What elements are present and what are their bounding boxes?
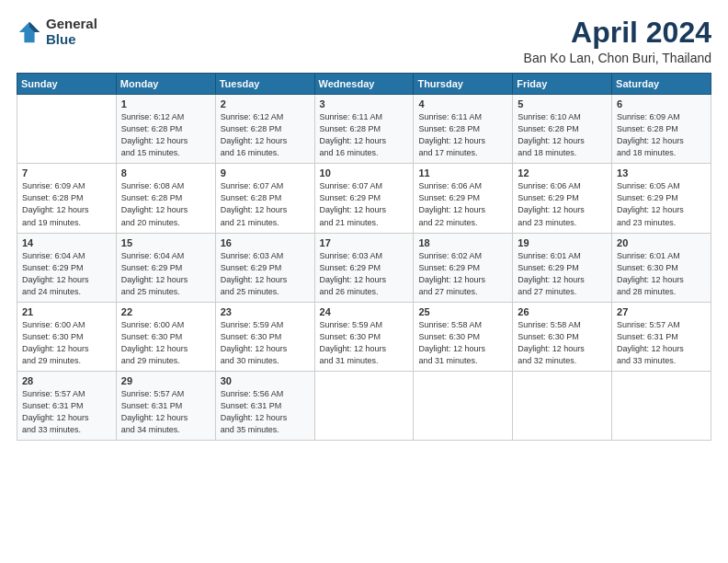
logo-icon bbox=[17, 19, 42, 45]
calendar-cell: 25Sunrise: 5:58 AM Sunset: 6:30 PM Dayli… bbox=[414, 302, 513, 371]
day-number: 6 bbox=[617, 98, 706, 109]
header-sunday: Sunday bbox=[17, 74, 117, 95]
day-info: Sunrise: 6:02 AM Sunset: 6:29 PM Dayligh… bbox=[418, 250, 507, 298]
day-number: 23 bbox=[221, 306, 310, 317]
day-info: Sunrise: 6:08 AM Sunset: 6:28 PM Dayligh… bbox=[121, 180, 210, 228]
day-number: 15 bbox=[121, 237, 210, 248]
calendar-cell: 10Sunrise: 6:07 AM Sunset: 6:29 PM Dayli… bbox=[314, 164, 414, 233]
calendar-title: April 2024 bbox=[524, 17, 711, 49]
day-number: 7 bbox=[22, 167, 111, 178]
calendar-cell bbox=[513, 371, 612, 440]
day-number: 10 bbox=[320, 167, 409, 178]
calendar-cell: 11Sunrise: 6:06 AM Sunset: 6:29 PM Dayli… bbox=[414, 164, 513, 233]
day-info: Sunrise: 5:56 AM Sunset: 6:31 PM Dayligh… bbox=[221, 388, 310, 436]
day-number: 19 bbox=[518, 237, 607, 248]
calendar-cell: 6Sunrise: 6:09 AM Sunset: 6:28 PM Daylig… bbox=[612, 95, 711, 164]
day-number: 14 bbox=[22, 237, 111, 248]
day-info: Sunrise: 6:11 AM Sunset: 6:28 PM Dayligh… bbox=[418, 111, 507, 159]
header-monday: Monday bbox=[116, 74, 215, 95]
day-number: 16 bbox=[221, 237, 310, 248]
calendar-cell: 17Sunrise: 6:03 AM Sunset: 6:29 PM Dayli… bbox=[314, 233, 414, 302]
day-number: 30 bbox=[221, 375, 310, 386]
calendar-cell: 15Sunrise: 6:04 AM Sunset: 6:29 PM Dayli… bbox=[116, 233, 215, 302]
day-number: 5 bbox=[518, 98, 607, 109]
logo-blue-label: Blue bbox=[46, 32, 97, 48]
calendar-cell bbox=[612, 371, 711, 440]
logo-general-label: General bbox=[46, 17, 97, 32]
calendar-cell: 30Sunrise: 5:56 AM Sunset: 6:31 PM Dayli… bbox=[215, 371, 314, 440]
day-info: Sunrise: 6:01 AM Sunset: 6:29 PM Dayligh… bbox=[518, 250, 607, 298]
calendar-subtitle: Ban Ko Lan, Chon Buri, Thailand bbox=[524, 51, 711, 65]
header-saturday: Saturday bbox=[612, 74, 711, 95]
day-info: Sunrise: 6:00 AM Sunset: 6:30 PM Dayligh… bbox=[121, 319, 210, 367]
header-thursday: Thursday bbox=[414, 74, 513, 95]
day-info: Sunrise: 5:58 AM Sunset: 6:30 PM Dayligh… bbox=[518, 319, 607, 367]
day-number: 17 bbox=[320, 237, 409, 248]
calendar-cell: 12Sunrise: 6:06 AM Sunset: 6:29 PM Dayli… bbox=[513, 164, 612, 233]
day-info: Sunrise: 6:04 AM Sunset: 6:29 PM Dayligh… bbox=[121, 250, 210, 298]
week-row-3: 14Sunrise: 6:04 AM Sunset: 6:29 PM Dayli… bbox=[17, 233, 711, 302]
day-info: Sunrise: 6:06 AM Sunset: 6:29 PM Dayligh… bbox=[418, 180, 507, 228]
day-number: 22 bbox=[121, 306, 210, 317]
calendar-cell: 29Sunrise: 5:57 AM Sunset: 6:31 PM Dayli… bbox=[116, 371, 215, 440]
calendar-cell: 3Sunrise: 6:11 AM Sunset: 6:28 PM Daylig… bbox=[314, 95, 414, 164]
day-info: Sunrise: 6:04 AM Sunset: 6:29 PM Dayligh… bbox=[22, 250, 111, 298]
calendar-cell bbox=[414, 371, 513, 440]
day-number: 13 bbox=[617, 167, 706, 178]
day-info: Sunrise: 5:57 AM Sunset: 6:31 PM Dayligh… bbox=[22, 388, 111, 436]
week-row-2: 7Sunrise: 6:09 AM Sunset: 6:28 PM Daylig… bbox=[17, 164, 711, 233]
day-info: Sunrise: 5:59 AM Sunset: 6:30 PM Dayligh… bbox=[320, 319, 409, 367]
page: General Blue April 2024 Ban Ko Lan, Chon… bbox=[0, 0, 728, 563]
calendar-cell: 24Sunrise: 5:59 AM Sunset: 6:30 PM Dayli… bbox=[314, 302, 414, 371]
day-info: Sunrise: 5:57 AM Sunset: 6:31 PM Dayligh… bbox=[617, 319, 706, 367]
day-number: 26 bbox=[518, 306, 607, 317]
day-info: Sunrise: 6:12 AM Sunset: 6:28 PM Dayligh… bbox=[221, 111, 310, 159]
title-block: April 2024 Ban Ko Lan, Chon Buri, Thaila… bbox=[524, 17, 711, 65]
calendar-cell: 16Sunrise: 6:03 AM Sunset: 6:29 PM Dayli… bbox=[215, 233, 314, 302]
calendar-cell: 21Sunrise: 6:00 AM Sunset: 6:30 PM Dayli… bbox=[17, 302, 117, 371]
logo-text: General Blue bbox=[46, 17, 97, 47]
week-row-1: 1Sunrise: 6:12 AM Sunset: 6:28 PM Daylig… bbox=[17, 95, 711, 164]
day-info: Sunrise: 6:09 AM Sunset: 6:28 PM Dayligh… bbox=[22, 180, 111, 228]
day-number: 25 bbox=[418, 306, 507, 317]
day-number: 8 bbox=[121, 167, 210, 178]
day-info: Sunrise: 6:00 AM Sunset: 6:30 PM Dayligh… bbox=[22, 319, 111, 367]
calendar-cell: 8Sunrise: 6:08 AM Sunset: 6:28 PM Daylig… bbox=[116, 164, 215, 233]
calendar-cell bbox=[17, 95, 117, 164]
calendar-cell bbox=[314, 371, 414, 440]
day-number: 27 bbox=[617, 306, 706, 317]
calendar-table: Sunday Monday Tuesday Wednesday Thursday… bbox=[17, 73, 711, 441]
day-number: 3 bbox=[320, 98, 409, 109]
calendar-cell: 2Sunrise: 6:12 AM Sunset: 6:28 PM Daylig… bbox=[215, 95, 314, 164]
day-info: Sunrise: 5:59 AM Sunset: 6:30 PM Dayligh… bbox=[221, 319, 310, 367]
calendar-cell: 22Sunrise: 6:00 AM Sunset: 6:30 PM Dayli… bbox=[116, 302, 215, 371]
day-info: Sunrise: 6:07 AM Sunset: 6:28 PM Dayligh… bbox=[221, 180, 310, 228]
day-info: Sunrise: 6:09 AM Sunset: 6:28 PM Dayligh… bbox=[617, 111, 706, 159]
day-number: 28 bbox=[22, 375, 111, 386]
week-row-4: 21Sunrise: 6:00 AM Sunset: 6:30 PM Dayli… bbox=[17, 302, 711, 371]
weekday-header-row: Sunday Monday Tuesday Wednesday Thursday… bbox=[17, 74, 711, 95]
calendar-cell: 20Sunrise: 6:01 AM Sunset: 6:30 PM Dayli… bbox=[612, 233, 711, 302]
calendar-cell: 9Sunrise: 6:07 AM Sunset: 6:28 PM Daylig… bbox=[215, 164, 314, 233]
day-number: 29 bbox=[121, 375, 210, 386]
header-wednesday: Wednesday bbox=[314, 74, 414, 95]
day-info: Sunrise: 6:06 AM Sunset: 6:29 PM Dayligh… bbox=[518, 180, 607, 228]
day-info: Sunrise: 6:10 AM Sunset: 6:28 PM Dayligh… bbox=[518, 111, 607, 159]
calendar-cell: 23Sunrise: 5:59 AM Sunset: 6:30 PM Dayli… bbox=[215, 302, 314, 371]
calendar-cell: 19Sunrise: 6:01 AM Sunset: 6:29 PM Dayli… bbox=[513, 233, 612, 302]
calendar-cell: 13Sunrise: 6:05 AM Sunset: 6:29 PM Dayli… bbox=[612, 164, 711, 233]
calendar-cell: 5Sunrise: 6:10 AM Sunset: 6:28 PM Daylig… bbox=[513, 95, 612, 164]
calendar-cell: 1Sunrise: 6:12 AM Sunset: 6:28 PM Daylig… bbox=[116, 95, 215, 164]
header-tuesday: Tuesday bbox=[215, 74, 314, 95]
header-friday: Friday bbox=[513, 74, 612, 95]
day-info: Sunrise: 6:03 AM Sunset: 6:29 PM Dayligh… bbox=[221, 250, 310, 298]
day-number: 4 bbox=[418, 98, 507, 109]
day-number: 18 bbox=[418, 237, 507, 248]
day-info: Sunrise: 6:07 AM Sunset: 6:29 PM Dayligh… bbox=[320, 180, 409, 228]
calendar-cell: 7Sunrise: 6:09 AM Sunset: 6:28 PM Daylig… bbox=[17, 164, 117, 233]
calendar-cell: 27Sunrise: 5:57 AM Sunset: 6:31 PM Dayli… bbox=[612, 302, 711, 371]
day-number: 20 bbox=[617, 237, 706, 248]
header: General Blue April 2024 Ban Ko Lan, Chon… bbox=[17, 17, 711, 65]
day-number: 2 bbox=[221, 98, 310, 109]
calendar-cell: 28Sunrise: 5:57 AM Sunset: 6:31 PM Dayli… bbox=[17, 371, 117, 440]
